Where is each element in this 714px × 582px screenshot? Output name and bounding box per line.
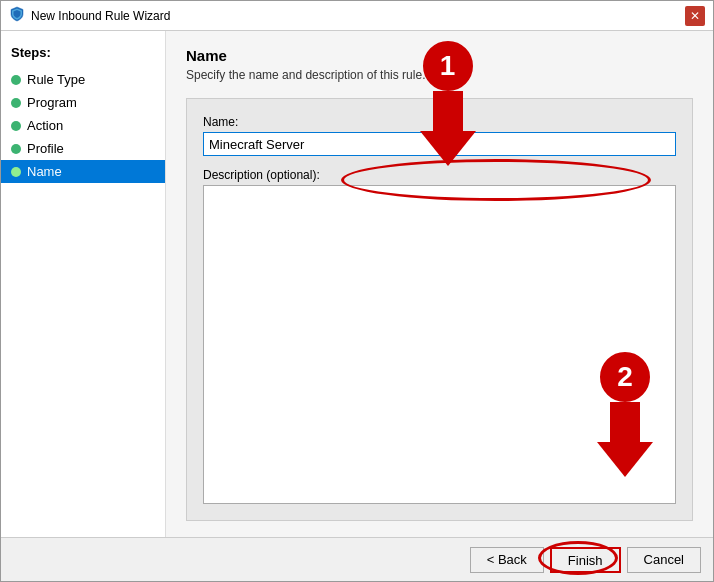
step-label-rule-type: Rule Type <box>27 72 85 87</box>
shield-icon <box>9 6 25 25</box>
description-field-group: Description (optional): <box>203 168 676 504</box>
content-area: Steps: Rule Type Program Action Profile … <box>1 31 713 537</box>
step-dot-name <box>11 167 21 177</box>
sidebar-item-action[interactable]: Action <box>1 114 165 137</box>
title-bar-left: New Inbound Rule Wizard <box>9 6 170 25</box>
main-panel: 1 Name Specify the name and description … <box>166 31 713 537</box>
wizard-window: New Inbound Rule Wizard ✕ Steps: Rule Ty… <box>0 0 714 582</box>
step-dot-program <box>11 98 21 108</box>
form-area: Name: Description (optional): <box>186 98 693 521</box>
steps-label: Steps: <box>1 41 165 68</box>
window-title: New Inbound Rule Wizard <box>31 9 170 23</box>
name-label: Name: <box>203 115 676 129</box>
name-field-group: Name: <box>203 115 676 156</box>
sidebar: Steps: Rule Type Program Action Profile … <box>1 31 166 537</box>
title-bar: New Inbound Rule Wizard ✕ <box>1 1 713 31</box>
description-input[interactable] <box>203 185 676 504</box>
cancel-button[interactable]: Cancel <box>627 547 701 573</box>
sidebar-item-name[interactable]: Name <box>1 160 165 183</box>
bottom-bar: < Back Finish Cancel <box>1 537 713 581</box>
step-label-name: Name <box>27 164 62 179</box>
page-title: Name <box>186 47 693 64</box>
step-label-action: Action <box>27 118 63 133</box>
back-button[interactable]: < Back <box>470 547 544 573</box>
finish-button[interactable]: Finish <box>550 547 621 573</box>
step-label-profile: Profile <box>27 141 64 156</box>
sidebar-item-rule-type[interactable]: Rule Type <box>1 68 165 91</box>
description-label: Description (optional): <box>203 168 676 182</box>
name-input[interactable] <box>203 132 676 156</box>
step-dot-action <box>11 121 21 131</box>
step-dot-rule-type <box>11 75 21 85</box>
sidebar-item-program[interactable]: Program <box>1 91 165 114</box>
step-label-program: Program <box>27 95 77 110</box>
page-subtitle: Specify the name and description of this… <box>186 68 693 82</box>
close-button[interactable]: ✕ <box>685 6 705 26</box>
sidebar-item-profile[interactable]: Profile <box>1 137 165 160</box>
step-dot-profile <box>11 144 21 154</box>
